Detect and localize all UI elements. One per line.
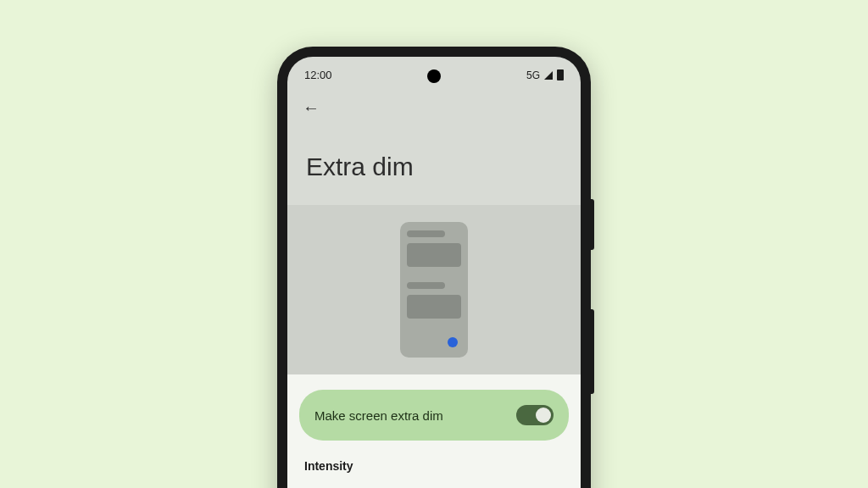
camera-notch bbox=[427, 69, 441, 83]
toggle-label: Make screen extra dim bbox=[314, 408, 443, 423]
toggle-switch[interactable] bbox=[516, 405, 554, 425]
phone-frame: 12:00 5G ← Extra dim Make bbox=[277, 47, 591, 488]
back-arrow-icon[interactable]: ← bbox=[303, 98, 320, 117]
status-time: 12:00 bbox=[304, 69, 332, 81]
illustration-dot-icon bbox=[448, 337, 458, 347]
extra-dim-toggle-row[interactable]: Make screen extra dim bbox=[299, 390, 569, 441]
illustration-block bbox=[407, 295, 461, 319]
illustration-block bbox=[407, 243, 461, 267]
volume-button bbox=[591, 309, 594, 394]
back-button-container: ← bbox=[287, 88, 581, 123]
intensity-label: Intensity bbox=[299, 441, 569, 478]
phone-illustration bbox=[400, 222, 468, 358]
page-title: Extra dim bbox=[287, 123, 581, 205]
signal-icon bbox=[544, 71, 553, 80]
battery-icon bbox=[557, 69, 564, 80]
settings-content: Make screen extra dim Intensity bbox=[287, 374, 581, 488]
illustration-block bbox=[407, 282, 445, 289]
network-label: 5G bbox=[526, 69, 540, 81]
power-button bbox=[591, 199, 594, 250]
toggle-knob-icon bbox=[536, 408, 551, 423]
phone-screen: 12:00 5G ← Extra dim Make bbox=[287, 57, 581, 488]
illustration-section bbox=[287, 205, 581, 374]
status-indicators: 5G bbox=[526, 69, 564, 81]
illustration-block bbox=[407, 230, 445, 237]
